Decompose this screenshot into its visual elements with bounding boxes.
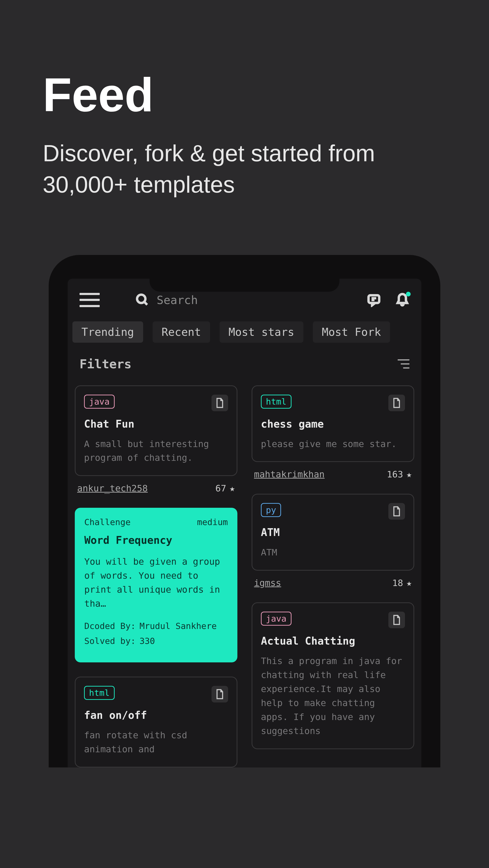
tab-recent[interactable]: Recent	[153, 321, 210, 343]
lang-tag-java: java	[261, 612, 291, 626]
star-icon: ★	[406, 469, 412, 479]
notification-dot	[406, 292, 411, 297]
card-chat-fun[interactable]: java Chat Fun A small but interesting pr…	[75, 385, 237, 476]
card-desc: fan rotate with csd animation and	[84, 728, 228, 756]
challenge-difficulty: medium	[197, 517, 228, 527]
card-desc: This a program in java for chatting with…	[261, 654, 405, 738]
lang-tag-py: py	[261, 503, 281, 517]
file-icon[interactable]	[389, 612, 405, 628]
search-icon[interactable]	[135, 293, 149, 307]
challenge-title: Word Frequency	[84, 534, 228, 546]
star-icon: ★	[230, 483, 235, 494]
file-icon[interactable]	[211, 686, 228, 703]
lang-tag-html: html	[84, 686, 115, 700]
lang-tag-html: html	[261, 395, 291, 409]
author-link[interactable]: mahtakrimkhan	[254, 469, 324, 479]
card-chess[interactable]: html chess game please give me some star…	[252, 385, 414, 462]
challenge-card[interactable]: Challenge medium Word Frequency You will…	[75, 508, 237, 662]
filters-icon[interactable]	[398, 358, 409, 370]
tab-trending[interactable]: Trending	[73, 321, 143, 343]
challenge-badge: Challenge	[84, 517, 131, 527]
card-atm[interactable]: py ATM ATM	[252, 494, 414, 570]
card-title: fan on/off	[84, 709, 228, 721]
card-title: Actual Chatting	[261, 635, 405, 647]
star-count: 163 ★	[387, 469, 412, 479]
card-title: Chat Fun	[84, 418, 228, 430]
card-desc: please give me some star.	[261, 437, 405, 451]
filters-label: Filters	[80, 357, 132, 371]
author-link[interactable]: ankur_tech258	[77, 483, 148, 494]
promo-subtitle: Discover, fork & get started from 30,000…	[43, 137, 446, 200]
file-icon[interactable]	[211, 395, 228, 411]
promo-title: Feed	[43, 71, 446, 119]
chat-icon[interactable]	[367, 293, 381, 307]
card-title: chess game	[261, 418, 405, 430]
lang-tag-java: java	[84, 395, 115, 409]
phone-frame: Trending Recent Most stars Most Fork Fil…	[49, 255, 440, 768]
star-icon: ★	[406, 578, 412, 588]
menu-icon[interactable]	[80, 293, 100, 307]
file-icon[interactable]	[389, 395, 405, 411]
challenge-decoded-by: Dcoded By:Mrudul Sankhere	[84, 621, 228, 631]
star-count: 18 ★	[392, 578, 412, 588]
star-count: 67 ★	[215, 483, 235, 494]
card-desc: ATM	[261, 546, 405, 559]
tab-most-stars[interactable]: Most stars	[220, 321, 304, 343]
author-link[interactable]: igmss	[254, 578, 281, 588]
search-input[interactable]	[157, 293, 357, 307]
card-actual-chatting[interactable]: java Actual Chatting This a program in j…	[252, 602, 414, 749]
challenge-desc: You will be given a group of words. You …	[84, 555, 228, 611]
card-desc: A small but interesting program of chatt…	[84, 437, 228, 465]
svg-point-0	[137, 294, 145, 303]
challenge-solved-by: Solved by:330	[84, 636, 228, 646]
file-icon[interactable]	[389, 503, 405, 520]
phone-notch	[149, 279, 340, 292]
tab-most-fork[interactable]: Most Fork	[313, 321, 390, 343]
card-title: ATM	[261, 526, 405, 538]
svg-line-1	[144, 302, 147, 305]
card-fan[interactable]: html fan on/off fan rotate with csd anim…	[75, 677, 237, 768]
